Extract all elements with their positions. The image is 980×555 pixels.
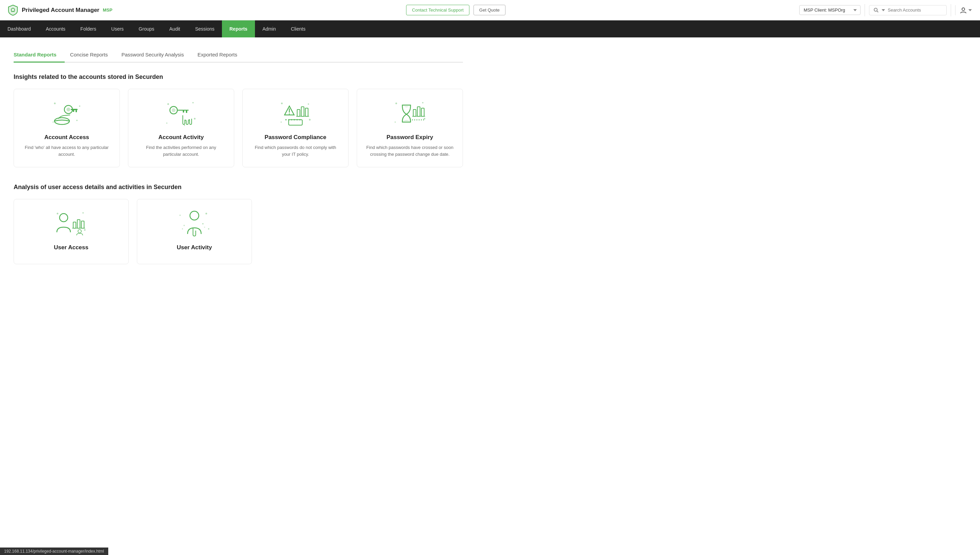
svg-point-56 xyxy=(190,211,199,220)
search-input[interactable] xyxy=(888,8,942,13)
nav-item-audit[interactable]: Audit xyxy=(162,21,188,37)
svg-rect-21 xyxy=(183,110,184,112)
svg-point-55 xyxy=(179,215,181,216)
svg-rect-31 xyxy=(305,108,308,116)
tabs: Standard Reports Concise Reports Passwor… xyxy=(14,48,463,63)
card-password-compliance-desc: Find which passwords do not comply with … xyxy=(251,144,340,157)
svg-rect-40 xyxy=(417,107,420,116)
top-bar-center: Contact Technical Support Get Quote xyxy=(406,5,505,15)
card-password-compliance-title: Password Compliance xyxy=(264,134,326,141)
svg-point-53 xyxy=(206,213,207,215)
svg-rect-30 xyxy=(301,107,304,116)
nav-item-users[interactable]: Users xyxy=(104,21,131,37)
card-password-expiry[interactable]: •••••• Password Expiry Find which passwo… xyxy=(357,89,463,167)
chevron-down-icon2 xyxy=(969,9,972,11)
user-icon xyxy=(959,6,967,14)
nav-item-reports[interactable]: Reports xyxy=(222,21,255,37)
nav-item-clients[interactable]: Clients xyxy=(283,21,313,37)
quote-button[interactable]: Get Quote xyxy=(473,5,505,15)
top-bar: Privileged Account Manager MSP Contact T… xyxy=(0,0,980,21)
card-account-access-desc: Find 'who' all have access to any partic… xyxy=(22,144,111,157)
svg-point-35 xyxy=(396,103,397,104)
card-password-expiry-desc: Find which passwords have crossed or soo… xyxy=(365,144,454,157)
nav-item-admin[interactable]: Admin xyxy=(255,21,283,37)
svg-rect-11 xyxy=(71,109,77,110)
main-content: Standard Reports Concise Reports Passwor… xyxy=(0,37,476,275)
card-user-activity-title: User Activity xyxy=(177,244,212,251)
svg-point-10 xyxy=(67,108,70,111)
svg-point-44 xyxy=(57,213,58,215)
svg-line-2 xyxy=(877,11,878,12)
svg-point-26 xyxy=(280,121,282,123)
nav-item-sessions[interactable]: Sessions xyxy=(188,21,222,37)
svg-point-58 xyxy=(204,227,205,228)
tab-exported-reports[interactable]: Exported Reports xyxy=(198,48,245,63)
svg-point-4 xyxy=(54,103,56,104)
nav-item-groups[interactable]: Groups xyxy=(131,21,162,37)
svg-point-8 xyxy=(55,118,69,125)
svg-rect-13 xyxy=(73,110,74,112)
svg-point-15 xyxy=(192,102,194,103)
section1-heading: Insights related to the accounts stored … xyxy=(14,74,463,80)
tab-concise-reports[interactable]: Concise Reports xyxy=(70,48,116,63)
card-account-activity-desc: Find the activities performed on any par… xyxy=(137,144,226,157)
account-activity-icon xyxy=(164,100,198,127)
password-expiry-icon: •••••• xyxy=(393,100,427,127)
tab-standard-reports[interactable]: Standard Reports xyxy=(14,48,65,63)
card-password-expiry-title: Password Expiry xyxy=(386,134,433,141)
msp-badge: MSP xyxy=(103,8,112,13)
logo-icon xyxy=(7,4,19,16)
search-icon xyxy=(874,8,879,13)
section1-cards: Account Access Find 'who' all have acces… xyxy=(14,89,463,167)
svg-point-16 xyxy=(194,118,196,120)
svg-point-5 xyxy=(79,106,80,107)
svg-rect-41 xyxy=(422,108,424,116)
card-password-compliance[interactable]: •••••• Password Compliance Find which pa… xyxy=(242,89,349,167)
svg-point-14 xyxy=(167,103,169,105)
svg-point-57 xyxy=(202,223,204,225)
svg-point-19 xyxy=(172,109,175,112)
divider2 xyxy=(951,4,951,16)
svg-point-22 xyxy=(184,125,185,126)
svg-rect-29 xyxy=(297,109,300,116)
card-account-activity[interactable]: Account Activity Find the activities per… xyxy=(128,89,234,167)
card-account-access-title: Account Access xyxy=(44,134,89,141)
password-compliance-icon: •••••• xyxy=(278,100,312,127)
nav-item-folders[interactable]: Folders xyxy=(73,21,104,37)
logo-area: Privileged Account Manager MSP xyxy=(7,4,112,16)
svg-point-60 xyxy=(182,229,183,229)
svg-point-38 xyxy=(394,121,396,123)
user-access-icon xyxy=(54,210,88,237)
svg-point-1 xyxy=(874,8,877,11)
svg-point-54 xyxy=(208,228,209,229)
svg-point-45 xyxy=(82,212,84,213)
support-button[interactable]: Contact Technical Support xyxy=(406,5,470,15)
nav-bar: Dashboard Accounts Folders Users Groups … xyxy=(0,21,980,37)
search-icon-button[interactable] xyxy=(874,8,879,13)
card-user-access[interactable]: User Access xyxy=(14,199,129,264)
svg-point-28 xyxy=(289,114,290,115)
msp-client-select[interactable]: MSP Client: MSPOrg xyxy=(799,5,861,15)
card-user-activity[interactable]: User Activity xyxy=(137,199,252,264)
nav-item-dashboard[interactable]: Dashboard xyxy=(0,21,39,37)
section2-heading: Analysis of user access details and acti… xyxy=(14,184,463,191)
card-account-activity-title: Account Activity xyxy=(158,134,204,141)
chevron-down-icon xyxy=(882,9,885,11)
svg-rect-50 xyxy=(81,221,84,228)
svg-point-17 xyxy=(166,122,167,124)
svg-rect-48 xyxy=(73,222,76,228)
svg-point-23 xyxy=(281,103,283,104)
app-title: Privileged Account Manager xyxy=(22,7,100,14)
section2-cards: User Access xyxy=(14,199,252,264)
svg-rect-20 xyxy=(186,110,187,113)
tab-password-security[interactable]: Password Security Analysis xyxy=(122,48,192,63)
svg-point-47 xyxy=(60,213,68,222)
svg-point-52 xyxy=(78,229,81,233)
svg-point-46 xyxy=(84,229,86,231)
svg-point-24 xyxy=(308,103,309,105)
nav-item-accounts[interactable]: Accounts xyxy=(39,21,73,37)
card-account-access[interactable]: Account Access Find 'who' all have acces… xyxy=(14,89,120,167)
user-menu-button[interactable] xyxy=(955,5,973,15)
top-bar-right: MSP Client: MSPOrg xyxy=(799,4,973,16)
search-box xyxy=(869,5,947,15)
